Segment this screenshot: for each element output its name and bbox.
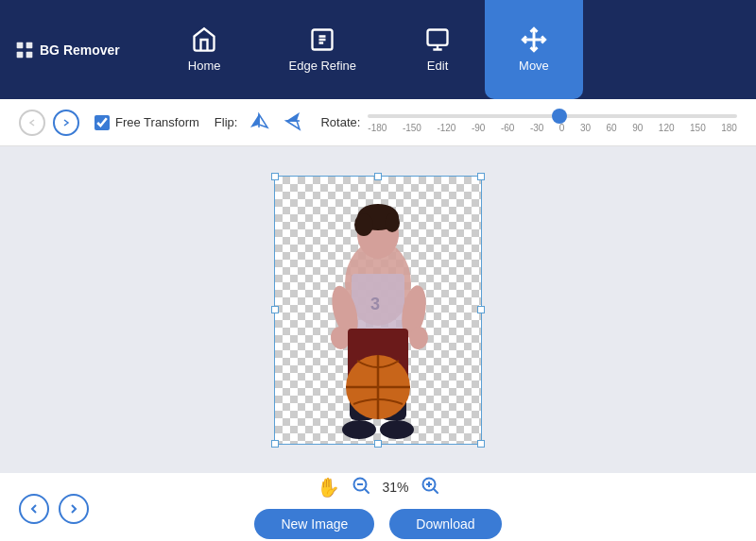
back-button[interactable]: [19, 110, 45, 136]
app-title: BG Remover: [40, 42, 120, 58]
handle-bottom-middle[interactable]: [374, 440, 382, 448]
flip-horizontal-icon: [249, 112, 269, 129]
zoom-out-icon[interactable]: [352, 476, 370, 499]
svg-point-19: [354, 213, 373, 236]
handle-top-right[interactable]: [477, 173, 485, 180]
logo-icon: [15, 41, 34, 59]
header: BG Remover Home Edge Refine Edit: [0, 0, 756, 99]
download-button[interactable]: Download: [389, 509, 501, 539]
move-icon: [521, 26, 547, 53]
svg-marker-8: [250, 114, 259, 127]
svg-marker-10: [259, 114, 267, 127]
hand-tool-icon[interactable]: ✋: [317, 476, 340, 499]
svg-line-39: [434, 489, 438, 493]
nav-tabs: Home Edge Refine Edit Move: [154, 0, 583, 99]
flip-horizontal-button[interactable]: [245, 110, 273, 134]
flip-vertical-icon: [284, 110, 301, 131]
edit-icon: [424, 26, 451, 53]
rotate-section: Rotate: -180 -150 -120 -90 -60 -30 0 30: [320, 114, 737, 131]
forward-button[interactable]: [53, 110, 79, 136]
forward-icon: [61, 118, 71, 127]
image-box[interactable]: 3: [274, 176, 482, 445]
free-transform-label: Free Transform: [115, 115, 199, 129]
svg-rect-0: [17, 42, 24, 48]
handle-middle-right[interactable]: [477, 306, 485, 313]
svg-rect-3: [26, 51, 33, 58]
svg-point-32: [380, 420, 414, 439]
edge-refine-icon: [309, 26, 335, 53]
zoom-in-svg: [421, 476, 439, 495]
handle-bottom-left[interactable]: [271, 440, 279, 448]
bottom-forward-icon: [68, 503, 79, 515]
bottom-back-icon: [28, 503, 40, 515]
rotate-thumb[interactable]: [552, 109, 567, 124]
new-image-button[interactable]: New Image: [254, 509, 374, 539]
tab-home-label: Home: [188, 59, 221, 73]
zoom-controls: ✋ 31%: [317, 476, 438, 499]
person-svg: 3: [293, 189, 463, 444]
home-icon: [191, 26, 217, 53]
svg-text:3: 3: [370, 295, 380, 313]
rotate-label: Rotate:: [320, 115, 360, 129]
rotate-slider-container: -180 -150 -120 -90 -60 -30 0 30 60 90 12…: [368, 114, 737, 131]
app-logo: BG Remover: [0, 41, 135, 59]
toolbar-nav: [19, 110, 79, 136]
flip-section: Flip:: [215, 109, 306, 136]
svg-marker-11: [286, 112, 300, 121]
canvas-area: 3: [0, 146, 756, 473]
free-transform-checkbox[interactable]: [94, 115, 110, 130]
svg-line-35: [365, 489, 369, 493]
tab-edit-label: Edit: [427, 59, 448, 73]
bottom-nav-arrows: [19, 494, 89, 524]
svg-marker-13: [286, 121, 300, 129]
person-image: 3: [275, 177, 481, 444]
zoom-percent: 31%: [382, 480, 408, 495]
handle-top-left[interactable]: [271, 173, 279, 180]
tab-move[interactable]: Move: [485, 0, 583, 99]
rotate-track: [368, 114, 737, 118]
bottom-back-button[interactable]: [19, 494, 49, 524]
action-buttons: New Image Download: [254, 509, 501, 539]
flip-vertical-button[interactable]: [281, 109, 305, 136]
tab-edge-refine-label: Edge Refine: [289, 59, 357, 73]
toolbar: Free Transform Flip: Rotate:: [0, 99, 756, 146]
main-content: Free Transform Flip: Rotate:: [0, 99, 756, 541]
bottom-forward-button[interactable]: [59, 494, 89, 524]
svg-rect-5: [428, 30, 448, 45]
tab-edit[interactable]: Edit: [390, 0, 485, 99]
zoom-in-icon[interactable]: [421, 476, 439, 499]
bottom-bar: ✋ 31% New Image Download: [0, 473, 756, 541]
handle-middle-left[interactable]: [271, 306, 279, 313]
handle-bottom-right[interactable]: [477, 440, 485, 448]
handle-top-middle[interactable]: [374, 173, 382, 180]
tab-edge-refine[interactable]: Edge Refine: [255, 0, 391, 99]
flip-label: Flip:: [215, 115, 238, 129]
back-icon: [27, 118, 37, 127]
svg-point-20: [385, 213, 400, 232]
tab-home[interactable]: Home: [154, 0, 255, 99]
rotate-labels: -180 -150 -120 -90 -60 -30 0 30 60 90 12…: [368, 123, 737, 133]
tab-move-label: Move: [519, 59, 549, 73]
zoom-out-svg: [352, 476, 370, 495]
svg-rect-2: [17, 51, 24, 58]
svg-rect-1: [26, 42, 33, 48]
svg-point-31: [342, 420, 376, 439]
free-transform-control[interactable]: Free Transform: [94, 115, 199, 130]
